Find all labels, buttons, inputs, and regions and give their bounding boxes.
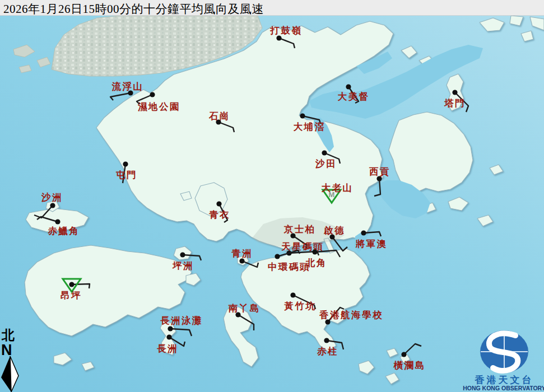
station-label: 大老山 [322,183,354,193]
station-label: 長洲 [157,343,178,354]
station-label: 天星碼頭 [281,241,324,252]
station-label: 黃竹坑 [284,301,317,311]
station-dot [180,252,185,257]
station-label: 長洲泳灘 [160,315,203,326]
station-label: 昂坪 [61,290,82,301]
station-dot [290,292,295,297]
wind-map-screen: 打鼓嶺流浮山濕地公園石崗大美督塔門大埔滘沙田西貢M大老山屯門沙洲赤鱲角青衣京士柏… [0,0,544,392]
station-dot [361,230,366,235]
title-bar: 2026年1月26日15時00分的十分鐘平均風向及風速 [0,0,544,16]
station-label: 南丫島 [229,303,261,314]
station-dot [312,249,317,254]
station-label: 赤柱 [317,346,338,357]
hko-logo-english: HONG KONG OBSERVATORY [463,385,544,391]
station-label: 赤鱲角 [48,226,80,236]
map-title: 2026年1月26日15時00分的十分鐘平均風向及風速 [3,1,264,17]
station-dot [168,326,173,331]
north-hanzi-label: 北 [1,328,15,342]
station-label: 京士柏 [283,224,316,235]
north-letter-label: N [1,342,12,358]
station-label: 啟德 [323,225,345,236]
station-dot [324,338,329,343]
station-label: 屯門 [115,170,137,180]
station-label: 大美督 [338,91,370,102]
station-label: 石崗 [208,111,230,122]
station-label: 濕地公園 [137,101,180,112]
station-label: 沙田 [315,158,337,169]
station-dot [401,352,406,357]
station-label: 坪洲 [172,260,194,271]
station-label: 橫瀾島 [393,360,426,371]
station-dot [166,334,171,339]
station-label: 青衣 [209,209,230,220]
station-label: 將軍澳 [355,239,388,249]
station-dot [276,35,281,40]
station-label: 西貢 [369,166,390,177]
station-dot [275,254,280,259]
station-dot [239,258,244,263]
station-dot [123,161,128,166]
station-dot [150,92,155,97]
station-label: 青洲 [231,248,253,259]
station-dot [346,84,351,89]
station-dot [50,203,55,208]
station-label: 大埔滘 [294,122,326,132]
station-dot [69,282,74,287]
station-label: 香港航海學校 [319,310,383,320]
hko-logo-chinese: 香港天文台 [475,375,534,385]
station-label: 打鼓嶺 [270,25,303,36]
station-label: 流浮山 [111,81,144,92]
station-dot [216,201,221,206]
station-dot [300,113,305,118]
station-label: 中環碼頭 [268,262,310,272]
station-dot [452,90,457,95]
station-label: 沙洲 [41,192,63,203]
station-dot [55,219,60,224]
hong-kong-wind-map: 打鼓嶺流浮山濕地公園石崗大美督塔門大埔滘沙田西貢M大老山屯門沙洲赤鱲角青衣京士柏… [0,0,544,392]
station-label: 塔門 [444,98,466,109]
station-label: 北角 [305,258,327,268]
station-dot [322,150,327,155]
